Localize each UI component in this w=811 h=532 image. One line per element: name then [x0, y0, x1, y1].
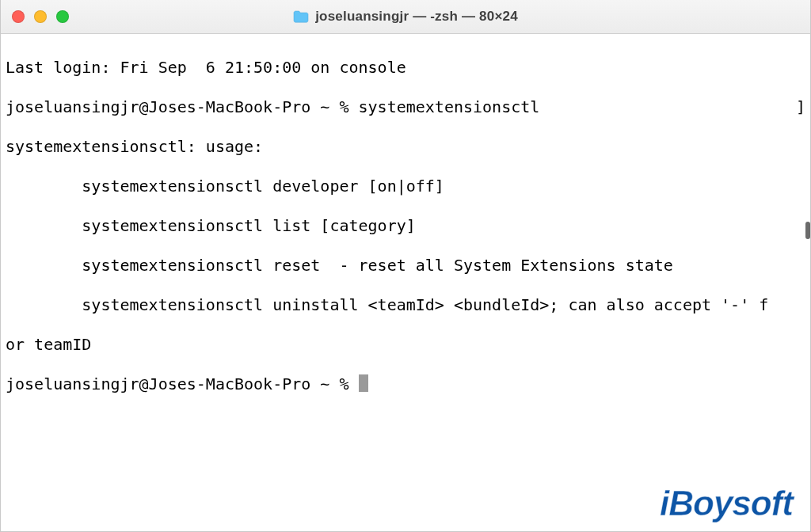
- terminal-line: joseluansingjr@Joses-MacBook-Pro ~ % sys…: [6, 97, 805, 117]
- terminal-line: joseluansingjr@Joses-MacBook-Pro ~ %: [6, 374, 805, 394]
- terminal-viewport[interactable]: Last login: Fri Sep 6 21:50:00 on consol…: [1, 33, 810, 531]
- terminal-line: Last login: Fri Sep 6 21:50:00 on consol…: [6, 58, 805, 78]
- close-button[interactable]: [12, 10, 25, 23]
- window-title-group: joseluansingjr — -zsh — 80×24: [293, 9, 518, 25]
- watermark-logo: iBoysoft: [660, 484, 793, 523]
- minimize-button[interactable]: [34, 10, 47, 23]
- shell-prompt: joseluansingjr@Joses-MacBook-Pro ~ %: [6, 374, 359, 393]
- shell-prompt: joseluansingjr@Joses-MacBook-Pro ~ %: [6, 97, 359, 116]
- terminal-line: systemextensionsctl: usage:: [6, 137, 805, 157]
- terminal-line: or teamID: [6, 335, 805, 355]
- titlebar: joseluansingjr — -zsh — 80×24: [1, 0, 810, 34]
- folder-icon: [293, 10, 309, 23]
- terminal-line: systemextensionsctl list [category]: [6, 216, 805, 236]
- line-trail: ]: [796, 97, 805, 117]
- window-title: joseluansingjr — -zsh — 80×24: [315, 9, 518, 25]
- zoom-button[interactable]: [56, 10, 69, 23]
- scrollbar-thumb[interactable]: [805, 222, 810, 239]
- terminal-line: systemextensionsctl reset - reset all Sy…: [6, 256, 805, 276]
- entered-command: systemextensionsctl: [359, 97, 540, 116]
- cursor-block: [359, 374, 368, 392]
- terminal-line: systemextensionsctl developer [on|off]: [6, 177, 805, 196]
- window-controls: [12, 10, 69, 23]
- terminal-window: joseluansingjr — -zsh — 80×24 Last login…: [0, 0, 811, 532]
- terminal-line: systemextensionsctl uninstall <teamId> <…: [6, 295, 805, 315]
